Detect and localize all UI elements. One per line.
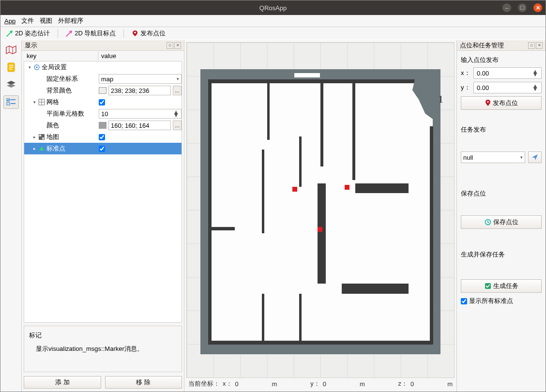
remove-button[interactable]: 移 除 — [105, 376, 182, 389]
bg-color-value[interactable]: 238; 238; 236 — [108, 86, 171, 95]
menu-external[interactable]: 外部程序 — [58, 16, 83, 25]
x-unit: m — [272, 380, 277, 388]
arrow-pink-icon — [66, 30, 73, 37]
tree-row-grid-color[interactable]: 颜色 160; 160; 164 … — [24, 120, 182, 131]
svg-point-0 — [135, 31, 136, 33]
remove-button-label: 移 除 — [136, 378, 151, 387]
z-value: 0 — [410, 380, 414, 388]
dock-float-button[interactable]: ◇ — [167, 42, 173, 49]
plane-cells-value: 10 — [101, 110, 108, 118]
map-pin-icon — [132, 30, 138, 37]
window-close-button[interactable]: ✕ — [533, 3, 542, 12]
marker-points-checkbox[interactable] — [99, 146, 105, 152]
description-title: 标记 — [29, 331, 177, 340]
menubar: App 文件 视图 外部程序 — [0, 15, 546, 27]
map-marker — [292, 187, 297, 192]
gen-btn-label: 生成任务 — [493, 282, 518, 290]
z-label: z： — [398, 379, 408, 388]
map-viewport[interactable]: 1 — [186, 42, 455, 378]
x-input-label: x： — [461, 69, 470, 77]
tree-row-fixed-frame[interactable]: 固定坐标系 map ▾ — [24, 73, 182, 85]
bg-color-swatch[interactable] — [99, 87, 106, 94]
publish-point-button[interactable]: 发布点位 — [129, 28, 168, 39]
svg-rect-7 — [7, 103, 10, 105]
tree-label: 固定坐标系 — [46, 75, 78, 83]
rail-map-button[interactable] — [3, 43, 19, 57]
menu-file[interactable]: 文件 — [21, 16, 34, 25]
map-fold-icon — [6, 45, 16, 54]
show-all-markers-checkbox[interactable] — [461, 298, 467, 304]
y-input[interactable]: 0.00 ▲▼ — [473, 82, 542, 93]
caret-right-icon: ▸ — [32, 146, 37, 151]
tree-row-global-settings[interactable]: ▾ 全局设置 — [24, 61, 182, 73]
nav-goal-button[interactable]: 2D 导航目标点 — [63, 28, 119, 39]
tree-row-plane-cells[interactable]: 平面单元格数 10 ▲▼ — [24, 108, 182, 120]
task-section-title: 任务发布 — [461, 125, 542, 134]
z-unit: m — [447, 380, 453, 388]
map-pin-icon — [485, 100, 491, 106]
chevron-down-icon: ▾ — [177, 76, 179, 81]
rail-layers-button[interactable] — [3, 78, 19, 91]
left-rail — [0, 40, 22, 392]
rail-doc-button[interactable] — [3, 60, 19, 74]
generate-task-button[interactable]: 生成任务 — [461, 279, 542, 293]
right-dock: 点位和任务管理 ◇ ✕ 输入点位发布 x： 0.00 ▲▼ y： 0.00 — [456, 40, 546, 392]
publish-point-label: 发布点位 — [140, 29, 166, 38]
publish-point-button-right[interactable]: 发布点位 — [461, 96, 542, 110]
dock-close-button[interactable]: ✕ — [174, 42, 181, 49]
gear-icon — [33, 64, 40, 71]
column-key[interactable]: key — [24, 51, 98, 60]
tree-label: 背景颜色 — [46, 86, 72, 95]
grid-color-swatch[interactable] — [99, 122, 106, 129]
separator — [58, 29, 58, 38]
save-btn-label: 保存点位 — [493, 218, 518, 226]
tree-row-map[interactable]: ▸ 地图 — [24, 131, 182, 143]
svg-rect-4 — [9, 69, 12, 70]
rail-task-button[interactable] — [3, 95, 19, 109]
y-input-value: 0.00 — [477, 84, 489, 91]
coord-label: 当前坐标： — [188, 379, 220, 388]
tree-label: 颜色 — [46, 121, 59, 130]
menu-app[interactable]: App — [4, 17, 15, 25]
x-value: 0 — [235, 380, 239, 388]
titlebar: QRosApp – ☐ ✕ — [0, 0, 546, 15]
svg-rect-8 — [11, 103, 15, 104]
toolbar: 2D 姿态估计 2D 导航目标点 发布点位 — [0, 27, 546, 40]
svg-rect-3 — [9, 67, 13, 68]
publish-btn-label: 发布点位 — [493, 99, 518, 107]
column-value[interactable]: value — [98, 51, 119, 60]
document-icon — [7, 62, 15, 72]
pose-estimate-button[interactable]: 2D 姿态估计 — [3, 28, 53, 39]
plane-cells-spinner[interactable]: 10 ▲▼ — [99, 109, 182, 119]
save-section-title: 保存点位 — [461, 189, 542, 198]
x-input[interactable]: 0.00 ▲▼ — [473, 67, 542, 79]
grid-color-value[interactable]: 160; 160; 164 — [108, 121, 171, 130]
tree-row-marker-points[interactable]: ▸ 标准点 — [24, 143, 182, 154]
tree-row-grid[interactable]: ▾ 网格 — [24, 96, 182, 108]
send-task-button[interactable] — [528, 151, 542, 163]
bg-color-picker-button[interactable]: … — [173, 86, 182, 95]
fixed-frame-combo[interactable]: map ▾ — [99, 74, 182, 84]
task-combo[interactable]: null ▾ — [461, 151, 525, 163]
menu-view[interactable]: 视图 — [40, 16, 52, 25]
map-checkbox[interactable] — [99, 134, 105, 140]
layers-icon — [6, 80, 16, 89]
window-maximize-button[interactable]: ☐ — [518, 3, 527, 12]
svg-rect-15 — [39, 135, 41, 136]
save-point-button[interactable]: 保存点位 — [461, 215, 542, 229]
add-button[interactable]: 添 加 — [24, 376, 101, 389]
grid-color-picker-button[interactable]: … — [173, 121, 182, 130]
tree-row-bg-color[interactable]: 背景颜色 238; 238; 236 … — [24, 85, 182, 96]
spinner-arrows-icon: ▲▼ — [173, 111, 179, 117]
tree-label: 全局设置 — [42, 63, 67, 72]
arrow-green-icon — [6, 30, 13, 37]
dock-float-button[interactable]: ◇ — [528, 42, 535, 49]
tree-label: 平面单元格数 — [46, 109, 84, 118]
window-minimize-button[interactable]: – — [502, 3, 511, 12]
task-check-icon — [485, 283, 491, 289]
grid-checkbox[interactable] — [99, 99, 105, 106]
dock-close-button[interactable]: ✕ — [536, 42, 543, 49]
y-label: y： — [310, 379, 320, 388]
gen-section-title: 生成并保存任务 — [461, 250, 542, 259]
svg-rect-2 — [9, 65, 13, 66]
